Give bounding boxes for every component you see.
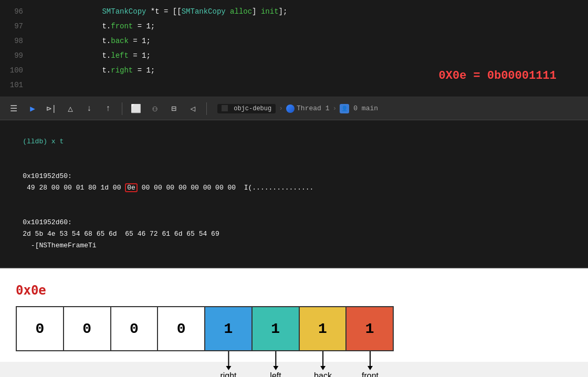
arrow-left-head (273, 366, 278, 370)
divider-1 (122, 102, 122, 115)
line-content-100: t.right = 1; (32, 48, 155, 92)
arrow-back-line (322, 351, 323, 366)
arrow-front-head (368, 366, 373, 370)
arrow-left: left (270, 351, 281, 377)
debug-console: (lldb) x t 0x101952d50: 49 28 00 00 01 8… (0, 120, 588, 268)
divider-2 (206, 102, 207, 115)
bit-cell-2: 0 (111, 307, 159, 350)
bit-cell-0: 0 (17, 307, 64, 350)
step-up-icon[interactable]: ↑ (101, 101, 116, 116)
step-out-icon[interactable]: ↓ (82, 101, 97, 116)
arrow-right-line (228, 351, 229, 366)
viz-section: 0x0e 0 0 0 0 1 1 1 1 right left (0, 268, 588, 362)
arrow-front: front (362, 351, 379, 377)
breadcrumb: objc-debug › Thread 1 › 👤 0 main (217, 104, 378, 113)
connect-icon[interactable]: ⚇ (148, 101, 162, 116)
debug-addr-2: 0x101952d60: (23, 218, 72, 226)
code-editor-section: 96 SMTankCopy *t = [[SMTankCopy alloc] i… (0, 0, 588, 97)
arrow-back: back (314, 351, 332, 377)
line-number-101: 101 (0, 78, 32, 92)
layout-icon[interactable]: ⊟ (166, 101, 181, 116)
play-icon[interactable]: ▶ (25, 101, 40, 116)
bit-cells-container: 0 0 0 0 1 1 1 1 (16, 306, 394, 351)
user-icon: 👤 (340, 104, 349, 113)
line-number-97: 97 (0, 19, 32, 34)
debug-bytes-2: 2d 5b 4e 53 54 68 65 6d 65 46 72 61 6d 6… (23, 230, 219, 238)
share-icon[interactable]: ◁ (185, 101, 200, 116)
breakpoint-icon[interactable]: ⬜ (129, 101, 143, 116)
line-number-99: 99 (0, 48, 32, 63)
breadcrumb-thread: Thread 1 (286, 104, 329, 113)
label-left: left (270, 371, 281, 377)
line-number-96: 96 (0, 4, 32, 19)
viz-hex-label: 0x0e (16, 283, 572, 298)
bit-visualization: 0 0 0 0 1 1 1 1 right left (16, 306, 394, 351)
breadcrumb-sep-2: › (332, 104, 337, 112)
code-editor: 96 SMTankCopy *t = [[SMTankCopy alloc] i… (0, 0, 588, 97)
debug-bytes-1a (23, 184, 27, 192)
label-back: back (314, 371, 332, 377)
bit-cell-6: 1 (300, 307, 347, 350)
line-number-98: 98 (0, 34, 32, 48)
breadcrumb-frame: 👤 0 main (340, 104, 378, 113)
highlighted-byte: 0e (125, 183, 138, 192)
arrow-right-head (226, 366, 231, 370)
bit-cell-3: 0 (158, 307, 205, 350)
debug-ascii-2: -[NSThemeFrameTi (23, 242, 96, 249)
step-over-icon[interactable]: ⊳| (44, 101, 59, 116)
hex-annotation: 0X0e = 0b00001111 (439, 69, 556, 82)
arrow-front-line (370, 351, 371, 366)
line-number-100: 100 (0, 63, 32, 78)
arrow-left-line (275, 351, 276, 366)
label-front: front (362, 371, 379, 377)
arrow-back-head (320, 366, 326, 370)
thread-circle-icon (286, 104, 295, 113)
debug-line-2: 0x101952d60: 2d 5b 4e 53 54 68 65 6d 65 … (6, 205, 582, 263)
bit-cell-4: 1 (205, 307, 253, 350)
arrow-right: right (220, 351, 236, 377)
toolbar: ☰ ▶ ⊳| △ ↓ ↑ ⬜ ⚇ ⊟ ◁ objc-debug › Thread… (0, 97, 588, 120)
step-into-icon[interactable]: △ (63, 101, 78, 116)
debug-ascii-1: I(............... (244, 184, 314, 192)
debug-addr-1: 0x101952d50: (23, 172, 72, 180)
menu-icon[interactable]: ☰ (6, 101, 21, 116)
label-right: right (220, 371, 236, 377)
debug-command-line: (lldb) x t (6, 124, 582, 159)
breadcrumb-sep-1: › (279, 104, 283, 112)
breadcrumb-project: objc-debug (217, 104, 276, 113)
bit-cell-5: 1 (253, 307, 300, 350)
bit-cell-1: 0 (64, 307, 111, 350)
debug-command-text: (lldb) x t (23, 138, 64, 145)
debug-line-1: 0x101952d50: 49 28 00 00 01 80 1d 00 0e … (6, 159, 582, 205)
bit-cell-7: 1 (346, 307, 393, 350)
